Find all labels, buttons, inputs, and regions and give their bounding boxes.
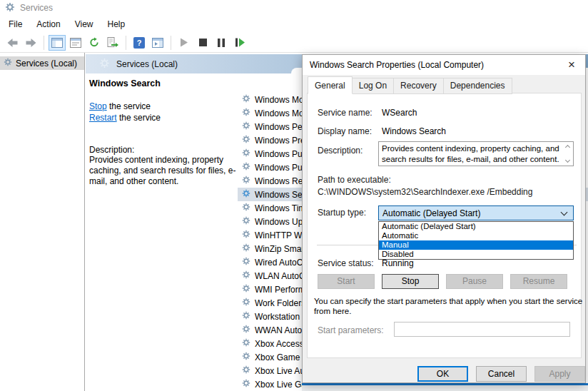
service-name-text: Windows Re [255, 176, 303, 186]
service-gear-icon [242, 325, 250, 335]
service-name-value: WSearch [382, 108, 417, 118]
service-gear-icon [242, 216, 250, 227]
dropdown-option-automatic-delayed-start-[interactable]: Automatic (Delayed Start) [379, 222, 573, 231]
tab-recovery[interactable]: Recovery [394, 78, 444, 94]
start-parameters-input[interactable] [394, 322, 570, 337]
description-label: Description: [89, 145, 134, 155]
cancel-button[interactable]: Cancel [476, 366, 527, 382]
background-window-edge [302, 383, 588, 391]
console-tree: Services (Local) [0, 53, 85, 391]
apply-button[interactable]: Apply [534, 366, 585, 382]
menu-bar: FileActionViewHelp [0, 16, 588, 33]
start-button[interactable]: Start [318, 274, 375, 289]
export-list-icon[interactable] [104, 35, 121, 51]
dropdown-option-manual[interactable]: Manual [379, 240, 573, 250]
service-status-value: Running [382, 258, 414, 268]
service-name-text: Workstation [255, 312, 300, 322]
service-gear-icon [242, 365, 250, 376]
tree-item-label: Services (Local) [16, 59, 77, 68]
toolbar-separator [126, 36, 126, 50]
show-console-tree-icon[interactable] [49, 35, 66, 51]
tree-item-services-local[interactable]: Services (Local) [0, 56, 84, 70]
menu-file[interactable]: File [1, 16, 29, 32]
resume-button[interactable]: Resume [510, 274, 567, 289]
window-title: Services [20, 3, 53, 13]
service-gear-icon [242, 257, 250, 268]
service-gear-icon [242, 230, 250, 240]
service-gear-icon [242, 243, 250, 254]
service-name-text: Work Folders [255, 298, 305, 308]
service-name-text: Windows Pre [255, 136, 305, 146]
service-gear-icon [242, 176, 250, 186]
stop-service-link[interactable]: Stop [89, 101, 107, 111]
window-titlebar: Services [0, 0, 588, 16]
dialog-title: Windows Search Properties (Local Compute… [310, 60, 484, 70]
close-icon[interactable]: × [562, 57, 581, 73]
menu-view[interactable]: View [68, 16, 101, 32]
description-scrollbar[interactable] [563, 143, 572, 164]
help-icon[interactable]: ? [131, 35, 148, 51]
stop-service-text: the service [107, 101, 151, 111]
menu-help[interactable]: Help [101, 16, 133, 32]
service-gear-icon [242, 189, 250, 200]
dialog-description-label: Description: [318, 146, 363, 156]
service-name-text: Windows Up [255, 217, 303, 227]
show-action-pane-icon[interactable] [149, 35, 166, 51]
restart-service-text: the service [117, 113, 161, 123]
chevron-down-icon [561, 209, 568, 216]
pause-button[interactable]: Pause [446, 274, 503, 289]
service-name-text: Windows Per [255, 122, 305, 132]
start-service-icon[interactable] [176, 35, 193, 51]
dialog-titlebar: Windows Search Properties (Local Compute… [303, 55, 585, 75]
start-parameters-help-text: You can specify the start parameters tha… [314, 296, 583, 316]
services-gear-icon [99, 58, 110, 71]
restart-service-link[interactable]: Restart [89, 113, 117, 123]
pause-service-icon[interactable] [213, 35, 230, 51]
startup-type-options-list: Automatic (Delayed Start)AutomaticManual… [378, 221, 574, 260]
service-gear-icon [242, 352, 250, 362]
general-tab-page: Service name: WSearch Display name: Wind… [307, 93, 582, 358]
service-gear-icon [242, 284, 250, 295]
tab-log-on[interactable]: Log On [353, 78, 394, 94]
startup-type-dropdown[interactable]: Automatic (Delayed Start) [378, 205, 574, 220]
menu-action[interactable]: Action [29, 16, 67, 32]
services-gear-icon [5, 2, 15, 14]
service-gear-icon [242, 121, 250, 132]
stop-button[interactable]: Stop [382, 274, 439, 289]
service-gear-icon [242, 148, 250, 159]
toolbar: ? [0, 33, 588, 53]
tab-general[interactable]: General [308, 76, 353, 94]
service-name-text: Windows Mo [255, 108, 304, 118]
service-name-text: Windows Mo [255, 95, 304, 105]
back-icon[interactable] [4, 35, 21, 51]
service-gear-icon [242, 379, 250, 390]
service-name-text: Wired AutoC [255, 258, 303, 268]
service-name-text: Xbox Access [255, 339, 304, 349]
tab-dependencies[interactable]: Dependencies [444, 78, 512, 94]
restart-service-icon[interactable] [231, 35, 248, 51]
forward-icon[interactable] [22, 35, 39, 51]
service-name-text: Windows Sea [255, 190, 307, 200]
startup-type-label: Startup type: [318, 208, 366, 218]
service-name-text: Windows Tim [255, 203, 305, 213]
ok-button[interactable]: OK [417, 366, 468, 382]
service-name-text: WMI Perform [255, 285, 305, 295]
service-name-text: Xbox Live Au [255, 366, 305, 376]
restart-service-line: Restart the service [89, 113, 161, 123]
dialog-description-box[interactable]: Provides content indexing, property cach… [378, 141, 574, 166]
dropdown-option-disabled[interactable]: Disabled [379, 250, 573, 259]
toolbar-separator [44, 36, 44, 50]
dropdown-option-automatic[interactable]: Automatic [379, 231, 573, 240]
service-gear-icon [242, 162, 250, 173]
properties-dialog: Windows Search Properties (Local Compute… [302, 54, 586, 383]
stop-service-icon[interactable] [194, 35, 211, 51]
scroll-down-icon[interactable] [564, 158, 569, 163]
description-text: Provides content indexing, property cach… [89, 155, 236, 187]
service-gear-icon [242, 94, 250, 105]
display-name-label: Display name: [318, 126, 372, 136]
display-name-value: Windows Search [382, 126, 446, 136]
refresh-icon[interactable] [86, 35, 103, 51]
properties-icon[interactable] [67, 35, 84, 51]
service-gear-icon [242, 270, 250, 281]
scroll-up-icon[interactable] [564, 145, 569, 150]
